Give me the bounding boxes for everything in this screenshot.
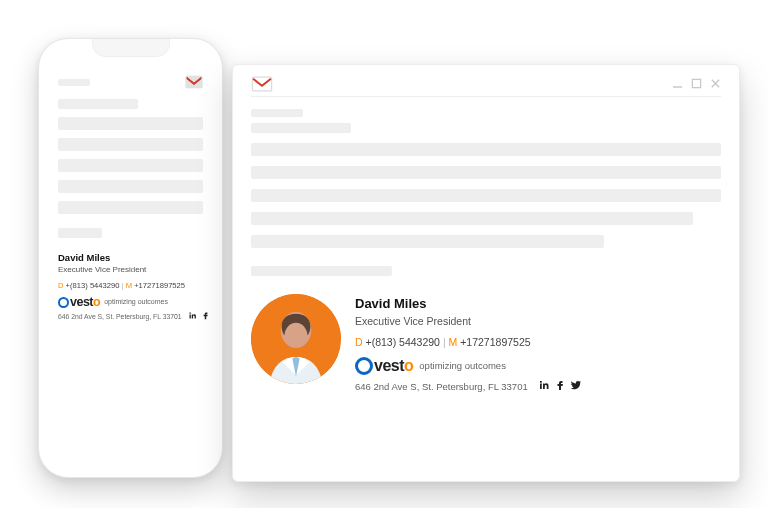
phone-separator: |: [443, 336, 446, 348]
direct-label: D: [58, 281, 63, 290]
gmail-icon: [185, 75, 203, 89]
phone-notch: [92, 39, 170, 57]
logo-text-prefix: vest: [374, 357, 404, 374]
placeholder-text: [251, 235, 604, 248]
ovesto-wordmark: vesto: [374, 358, 413, 374]
twitter-icon[interactable]: [570, 379, 582, 395]
mobile-label: M: [126, 281, 132, 290]
ovesto-ring-icon: [355, 357, 373, 375]
placeholder-text: [251, 143, 721, 156]
placeholder-text: [251, 166, 721, 179]
avatar: [251, 294, 341, 384]
placeholder-text: [251, 212, 693, 225]
signature-tagline: optimizing outcomes: [419, 359, 506, 373]
signature-address-row: 646 2nd Ave S, St. Petersburg, FL 33701: [355, 379, 582, 395]
maximize-icon[interactable]: [691, 75, 702, 93]
svg-rect-2: [673, 86, 682, 87]
signature-name: David Miles: [355, 294, 582, 314]
placeholder-text: [58, 228, 102, 238]
facebook-icon[interactable]: [554, 379, 566, 395]
phone-mockup: David Miles Executive Vice President D +…: [38, 38, 223, 478]
placeholder-text: [58, 99, 138, 109]
placeholder-text: [251, 109, 303, 117]
window-titlebar: [251, 77, 721, 97]
window-controls: [672, 75, 721, 93]
linkedin-icon[interactable]: [538, 379, 550, 395]
placeholder-text: [58, 201, 203, 214]
phone-signature: David Miles Executive Vice President D +…: [58, 252, 203, 323]
desktop-signature: David Miles Executive Vice President D +…: [251, 294, 721, 395]
placeholder-text: [58, 117, 203, 130]
logo-text-prefix: vest: [70, 295, 93, 309]
placeholder-text: [58, 159, 203, 172]
signature-name: David Miles: [58, 252, 203, 265]
mobile-phone[interactable]: +17271897525: [460, 336, 530, 348]
signature-tagline: optimizing outcomes: [104, 297, 168, 306]
direct-phone[interactable]: +(813) 5443290: [366, 336, 440, 348]
signature-phones: D +(813) 5443290 | M +17271897525: [355, 335, 582, 351]
signature-logo-row: vesto optimizing outcomes: [355, 357, 582, 375]
social-icons: [188, 311, 213, 322]
signature-title: Executive Vice President: [355, 314, 582, 330]
signature-phones: D +(813) 5443290 | M +17271897525: [58, 281, 203, 291]
mobile-label: M: [449, 336, 458, 348]
ovesto-logo: vesto: [355, 357, 413, 375]
signature-address-row: 646 2nd Ave S, St. Petersburg, FL 33701: [58, 311, 203, 322]
logo-text-suffix: o: [93, 295, 100, 309]
ovesto-logo: vesto: [58, 296, 100, 309]
minimize-icon[interactable]: [672, 75, 683, 93]
direct-phone[interactable]: +(813) 5443290: [66, 281, 120, 290]
close-icon[interactable]: [710, 75, 721, 93]
logo-text-suffix: o: [404, 357, 413, 374]
signature-logo-row: vesto optimizing outcomes: [58, 296, 203, 309]
signature-address: 646 2nd Ave S, St. Petersburg, FL 33701: [58, 312, 182, 321]
social-icons: [538, 379, 582, 395]
placeholder-text: [251, 189, 721, 202]
facebook-icon[interactable]: [201, 311, 210, 322]
placeholder-text: [58, 79, 90, 86]
signature-text-block: David Miles Executive Vice President D +…: [355, 294, 582, 395]
phone-separator: |: [122, 281, 124, 290]
gmail-icon: [251, 76, 273, 92]
phone-screen: David Miles Executive Vice President D +…: [48, 67, 213, 465]
placeholder-text: [58, 180, 203, 193]
signature-address: 646 2nd Ave S, St. Petersburg, FL 33701: [355, 380, 528, 394]
direct-label: D: [355, 336, 363, 348]
signature-title: Executive Vice President: [58, 265, 203, 276]
placeholder-text: [251, 266, 392, 276]
phone-email-header: [58, 75, 203, 89]
ovesto-wordmark: vesto: [70, 296, 100, 309]
svg-rect-1: [252, 77, 271, 91]
linkedin-icon[interactable]: [188, 311, 197, 322]
placeholder-text: [58, 138, 203, 151]
placeholder-text: [251, 123, 351, 133]
desktop-window: David Miles Executive Vice President D +…: [232, 64, 740, 482]
ovesto-ring-icon: [58, 297, 69, 308]
svg-rect-3: [692, 79, 700, 87]
mobile-phone[interactable]: +17271897525: [134, 281, 185, 290]
